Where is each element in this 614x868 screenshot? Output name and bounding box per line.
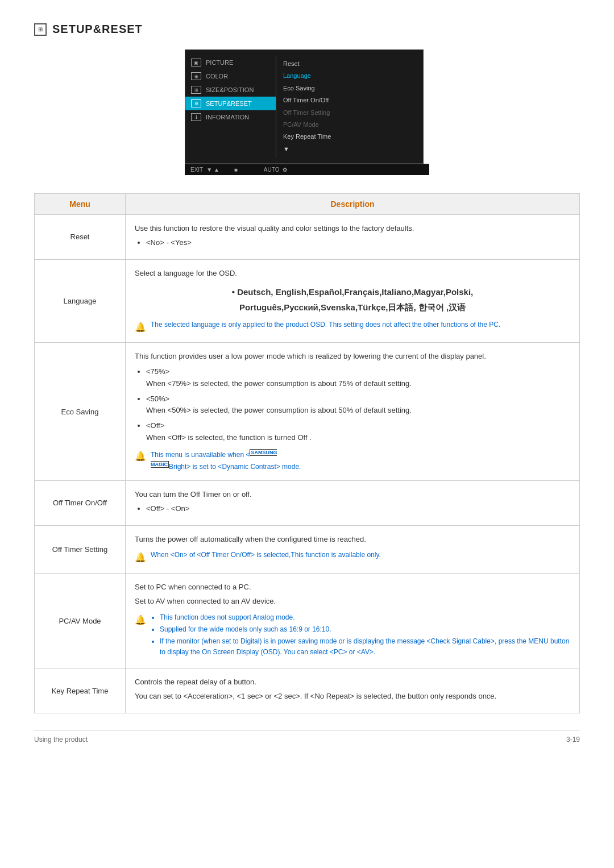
eco-intro: This function provides user a low power … bbox=[135, 351, 570, 363]
keyrepeat-desc1: Controls the repeat delay of a button. bbox=[135, 676, 570, 688]
osd-item-color[interactable]: ◉ COLOR bbox=[185, 69, 276, 83]
osd-nav-icons: ▼ ▲ bbox=[206, 167, 219, 173]
desc-cell-offtimer-setting: Turns the power off automatically when t… bbox=[126, 525, 580, 573]
table-row-ecosaving: Eco Saving This function provides user a… bbox=[35, 343, 580, 481]
col-header-desc: Description bbox=[126, 194, 580, 215]
menu-cell-reset: Reset bbox=[35, 215, 126, 260]
page-title: SETUP&RESET bbox=[52, 23, 143, 36]
language-list: • Deutsch, English,Español,Français,Ital… bbox=[135, 284, 570, 315]
color-icon: ◉ bbox=[191, 72, 201, 80]
osd-item-info[interactable]: ℹ INFORMATION bbox=[185, 110, 276, 124]
offtimer-setting-desc: Turns the power off automatically when t… bbox=[135, 534, 570, 546]
col-header-menu: Menu bbox=[35, 194, 126, 215]
offtimer-note-text: When <On> of <Off Timer On/Off> is selec… bbox=[151, 550, 381, 560]
reset-option-no-yes: <No> - <Yes> bbox=[146, 237, 570, 249]
note-icon-language: 🔔 bbox=[135, 320, 146, 335]
osd-label-info: INFORMATION bbox=[206, 114, 249, 121]
footer-right: 3-19 bbox=[566, 736, 580, 744]
pcav-note-digital: If the monitor (when set to Digital) is … bbox=[160, 636, 570, 658]
note-icon-offtimer: 🔔 bbox=[135, 550, 146, 565]
setup-osd-icon: ⚙ bbox=[191, 99, 201, 107]
eco-note: 🔔 This menu is unavailable when <SAMSUNG… bbox=[135, 448, 570, 472]
table-row-pcav: PC/AV Mode Set to PC when connected to a… bbox=[35, 574, 580, 668]
osd-settings-icon: ✿ bbox=[283, 167, 287, 173]
osd-right-panel: Reset Language Eco Saving Off Timer On/O… bbox=[276, 56, 423, 157]
pcav-desc-av: Set to AV when connected to an AV device… bbox=[135, 596, 570, 608]
page-footer: Using the product 3-19 bbox=[34, 730, 580, 744]
desc-cell-offtimer-onoff: You can turn the Off Timer on or off. <O… bbox=[126, 481, 580, 526]
osd-right-pcav: PC/AV Mode bbox=[283, 119, 416, 131]
table-row-offtimer-setting: Off Timer Setting Turns the power off au… bbox=[35, 525, 580, 573]
eco-bullets: <75%> When <75%> is selected, the power … bbox=[146, 366, 570, 444]
osd-right-ecosaving: Eco Saving bbox=[283, 82, 416, 94]
osd-item-size[interactable]: ⊞ SIZE&POSITION bbox=[185, 83, 276, 97]
eco-50-detail: When <50%> is selected, the power consum… bbox=[146, 406, 412, 414]
osd-label-setup: SETUP&RESET bbox=[206, 100, 252, 107]
desc-cell-ecosaving: This function provides user a low power … bbox=[126, 343, 580, 481]
reset-desc-line1: Use this function to restore the visual … bbox=[135, 223, 570, 235]
desc-cell-reset: Use this function to restore the visual … bbox=[126, 215, 580, 260]
note-icon-eco: 🔔 bbox=[135, 449, 146, 464]
osd-item-picture[interactable]: ▣ PICTURE bbox=[185, 56, 276, 69]
language-intro: Select a language for the OSD. bbox=[135, 268, 570, 280]
setup-icon: ⊞ bbox=[34, 23, 47, 36]
osd-bottom-bar: EXIT ▼ ▲ ■ AUTO ✿ bbox=[185, 164, 429, 175]
osd-right-offtimer-onoff: Off Timer On/Off bbox=[283, 94, 416, 106]
eco-bullet-off: <Off> When <Off> is selected, the functi… bbox=[146, 420, 570, 444]
osd-label-picture: PICTURE bbox=[206, 59, 233, 66]
osd-right-language: Language bbox=[283, 70, 416, 82]
osd-auto-label: AUTO bbox=[264, 167, 280, 173]
offtimer-onoff-option: <Off> - <On> bbox=[146, 503, 570, 515]
desc-cell-keyrepeat: Controls the repeat delay of a button. Y… bbox=[126, 668, 580, 713]
offtimer-onoff-desc: You can turn the Off Timer on or off. bbox=[135, 489, 570, 501]
size-icon: ⊞ bbox=[191, 86, 201, 94]
eco-note-text: This menu is unavailable when <SAMSUNGMA… bbox=[151, 448, 301, 472]
eco-bullet-75: <75%> When <75%> is selected, the power … bbox=[146, 366, 570, 390]
table-row-language: Language Select a language for the OSD. … bbox=[35, 259, 580, 342]
pcav-note-analog: This function does not support Analog mo… bbox=[160, 612, 570, 623]
menu-cell-keyrepeat: Key Repeat Time bbox=[35, 668, 126, 713]
pcav-note-wide: Supplied for the wide models only such a… bbox=[160, 624, 570, 635]
reset-options: <No> - <Yes> bbox=[146, 237, 570, 249]
desc-cell-language: Select a language for the OSD. • Deutsch… bbox=[126, 259, 580, 342]
osd-container: ▣ PICTURE ◉ COLOR ⊞ SIZE&POSITION ⚙ SETU… bbox=[34, 49, 580, 175]
menu-cell-language: Language bbox=[35, 259, 126, 342]
osd-right-offtimer-setting: Off Timer Setting bbox=[283, 107, 416, 119]
pcav-desc-pc: Set to PC when connected to a PC. bbox=[135, 582, 570, 593]
page-header: ⊞ SETUP&RESET bbox=[34, 23, 580, 36]
desc-cell-pcav: Set to PC when connected to a PC. Set to… bbox=[126, 574, 580, 668]
osd-exit-label: EXIT bbox=[190, 167, 203, 173]
table-row-reset: Reset Use this function to restore the v… bbox=[35, 215, 580, 260]
osd-item-setup[interactable]: ⚙ SETUP&RESET bbox=[185, 97, 276, 110]
table-row-keyrepeat: Key Repeat Time Controls the repeat dela… bbox=[35, 668, 580, 713]
osd-right-arrow: ▼ bbox=[283, 143, 416, 155]
offtimer-note: 🔔 When <On> of <Off Timer On/Off> is sel… bbox=[135, 550, 570, 565]
pcav-note: 🔔 This function does not support Analog … bbox=[135, 612, 570, 661]
osd-right-keyrepeat: Key Repeat Time bbox=[283, 131, 416, 143]
pcav-note-list: This function does not support Analog mo… bbox=[151, 612, 570, 661]
language-note: 🔔 The selected language is only applied … bbox=[135, 319, 570, 335]
menu-cell-pcav: PC/AV Mode bbox=[35, 574, 126, 668]
osd-right-reset: Reset bbox=[283, 58, 416, 70]
eco-bullet-50: <50%> When <50%> is selected, the power … bbox=[146, 393, 570, 417]
info-icon: ℹ bbox=[191, 113, 201, 121]
footer-left: Using the product bbox=[34, 736, 88, 744]
osd-menu: ▣ PICTURE ◉ COLOR ⊞ SIZE&POSITION ⚙ SETU… bbox=[185, 49, 424, 164]
osd-select-icon: ■ bbox=[234, 167, 238, 173]
main-table: Menu Description Reset Use this function… bbox=[34, 193, 580, 713]
offtimer-onoff-options: <Off> - <On> bbox=[146, 503, 570, 515]
table-row-offtimer-onoff: Off Timer On/Off You can turn the Off Ti… bbox=[35, 481, 580, 526]
keyrepeat-desc2: You can set to <Acceleration>, <1 sec> o… bbox=[135, 691, 570, 703]
eco-75-detail: When <75%> is selected, the power consum… bbox=[146, 379, 412, 388]
osd-left-panel: ▣ PICTURE ◉ COLOR ⊞ SIZE&POSITION ⚙ SETU… bbox=[185, 56, 276, 157]
note-icon-pcav: 🔔 bbox=[135, 613, 146, 628]
picture-icon: ▣ bbox=[191, 59, 201, 67]
menu-cell-offtimer-setting: Off Timer Setting bbox=[35, 525, 126, 573]
osd-label-size: SIZE&POSITION bbox=[206, 86, 254, 93]
osd-label-color: COLOR bbox=[206, 73, 228, 80]
menu-cell-offtimer-onoff: Off Timer On/Off bbox=[35, 481, 126, 526]
menu-cell-ecosaving: Eco Saving bbox=[35, 343, 126, 481]
eco-off-detail: When <Off> is selected, the function is … bbox=[146, 433, 312, 442]
language-note-text: The selected language is only applied to… bbox=[151, 319, 500, 330]
